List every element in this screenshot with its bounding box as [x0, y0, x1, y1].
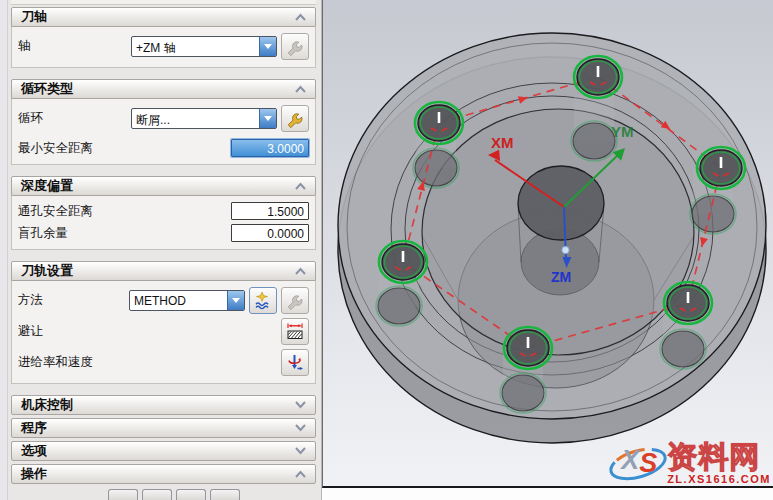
- group-header-depth-offset[interactable]: 深度偏置: [11, 176, 316, 196]
- chevron-down-icon[interactable]: [294, 424, 307, 432]
- action-button-2[interactable]: [142, 489, 172, 500]
- action-button-1[interactable]: [108, 489, 138, 500]
- group-actions: 操作: [11, 464, 316, 484]
- wrench-icon: [285, 109, 305, 129]
- graphics-viewport[interactable]: XM YM ZM X S 资料网 ZL.XS1616.COM: [322, 0, 773, 488]
- cycle-row: 循环 断屑...: [16, 103, 311, 134]
- feeds-speeds-row: 进给率和速度: [16, 347, 311, 378]
- group-program: 程序: [11, 418, 316, 438]
- chevron-up-icon[interactable]: [294, 85, 307, 93]
- group-cycle-type: 循环类型 循环 断屑... 最小安全距离: [11, 79, 316, 165]
- min-clearance-field[interactable]: [231, 139, 309, 157]
- axis-label-ym: YM: [611, 123, 634, 140]
- cycle-dropdown-value: 断屑...: [132, 109, 259, 128]
- new-method-button[interactable]: [249, 287, 277, 314]
- window-bottom-strip: [322, 490, 773, 500]
- watermark-letter-x: X: [621, 445, 639, 476]
- action-button-3[interactable]: [176, 489, 206, 500]
- group-machine-control: 机床控制: [11, 395, 316, 415]
- chevron-down-icon[interactable]: [294, 447, 307, 455]
- method-dropdown[interactable]: METHOD: [129, 290, 245, 311]
- min-clearance-label: 最小安全距离: [18, 140, 231, 157]
- group-header-actions[interactable]: 操作: [11, 464, 316, 484]
- feeds-speeds-button[interactable]: [281, 349, 309, 376]
- blind-stock-label: 盲孔余量: [18, 225, 231, 242]
- method-label: 方法: [18, 292, 129, 309]
- watermark-url: ZL.XS1616.COM: [667, 473, 771, 485]
- create-method-icon: [253, 291, 273, 311]
- cycle-label: 循环: [18, 110, 131, 127]
- group-title: 操作: [21, 465, 47, 483]
- method-dropdown-value: METHOD: [130, 291, 227, 310]
- watermark: X S 资料网 ZL.XS1616.COM: [607, 439, 771, 485]
- group-path-settings: 刀轨设置 方法 METHOD: [11, 261, 316, 384]
- method-row: 方法 METHOD: [16, 285, 311, 316]
- wrench-icon-disabled: [285, 37, 305, 57]
- group-title: 选项: [21, 442, 47, 460]
- group-header-program[interactable]: 程序: [11, 418, 316, 438]
- avoidance-row: 避让: [16, 316, 311, 347]
- edit-cycle-button[interactable]: [281, 105, 309, 132]
- chevron-up-icon[interactable]: [294, 267, 307, 275]
- watermark-letter-s: S: [639, 448, 657, 479]
- axis-label-xm: XM: [491, 134, 514, 151]
- drill-operation-dialog: 刀轴 轴 +ZM 轴: [8, 0, 322, 500]
- chevron-up-icon[interactable]: [294, 182, 307, 190]
- through-clearance-label: 通孔安全距离: [18, 203, 231, 220]
- group-title: 程序: [21, 419, 47, 437]
- flange-part-3d-view: XM YM ZM: [323, 0, 773, 486]
- axis-label-zm: ZM: [551, 269, 571, 285]
- through-clearance-row: 通孔安全距离: [16, 200, 311, 222]
- chevron-up-icon[interactable]: [294, 13, 307, 21]
- watermark-logo: X S: [607, 439, 671, 485]
- feeds-speeds-icon: [285, 353, 305, 373]
- group-depth-offset: 深度偏置 通孔安全距离 盲孔余量: [11, 176, 316, 250]
- axis-row: 轴 +ZM 轴: [16, 31, 311, 62]
- application-window: 刀轴 轴 +ZM 轴: [0, 0, 773, 500]
- through-clearance-field[interactable]: [231, 202, 309, 220]
- feeds-speeds-label: 进给率和速度: [18, 354, 277, 371]
- chevron-up-icon[interactable]: [294, 470, 307, 478]
- wrench-icon-disabled: [285, 291, 305, 311]
- group-options: 选项: [11, 441, 316, 461]
- group-header-tool-axis[interactable]: 刀轴: [11, 7, 316, 27]
- axis-dropdown[interactable]: +ZM 轴: [131, 36, 277, 57]
- group-title: 刀轨设置: [21, 262, 73, 280]
- group-header-machine-control[interactable]: 机床控制: [11, 395, 316, 415]
- group-header-path-settings[interactable]: 刀轨设置: [11, 261, 316, 281]
- blind-stock-field[interactable]: [231, 224, 309, 242]
- previous-group-edge: [11, 0, 316, 5]
- group-title: 机床控制: [21, 396, 73, 414]
- dropdown-arrow-icon[interactable]: [259, 37, 276, 56]
- axis-label: 轴: [18, 38, 131, 55]
- avoidance-label: 避让: [18, 323, 277, 340]
- dropdown-arrow-icon[interactable]: [259, 109, 276, 128]
- group-header-cycle-type[interactable]: 循环类型: [11, 79, 316, 99]
- action-button-4[interactable]: [210, 489, 240, 500]
- group-title: 刀轴: [21, 8, 47, 26]
- avoidance-icon: [285, 322, 305, 342]
- edit-method-button[interactable]: [281, 287, 309, 314]
- blind-stock-row: 盲孔余量: [16, 222, 311, 244]
- group-header-options[interactable]: 选项: [11, 441, 316, 461]
- avoidance-button[interactable]: [281, 318, 309, 345]
- chevron-down-icon[interactable]: [294, 401, 307, 409]
- dialog-left-edge: [0, 0, 8, 500]
- group-title: 循环类型: [21, 80, 73, 98]
- min-clearance-row: 最小安全距离: [16, 134, 311, 159]
- action-buttons-row: [108, 489, 240, 500]
- axis-dropdown-value: +ZM 轴: [132, 37, 259, 56]
- dropdown-arrow-icon[interactable]: [227, 291, 244, 310]
- edit-axis-button[interactable]: [281, 33, 309, 60]
- watermark-title: 资料网: [667, 442, 760, 472]
- group-tool-axis: 刀轴 轴 +ZM 轴: [11, 7, 316, 68]
- cycle-dropdown[interactable]: 断屑...: [131, 108, 277, 129]
- group-title: 深度偏置: [21, 177, 73, 195]
